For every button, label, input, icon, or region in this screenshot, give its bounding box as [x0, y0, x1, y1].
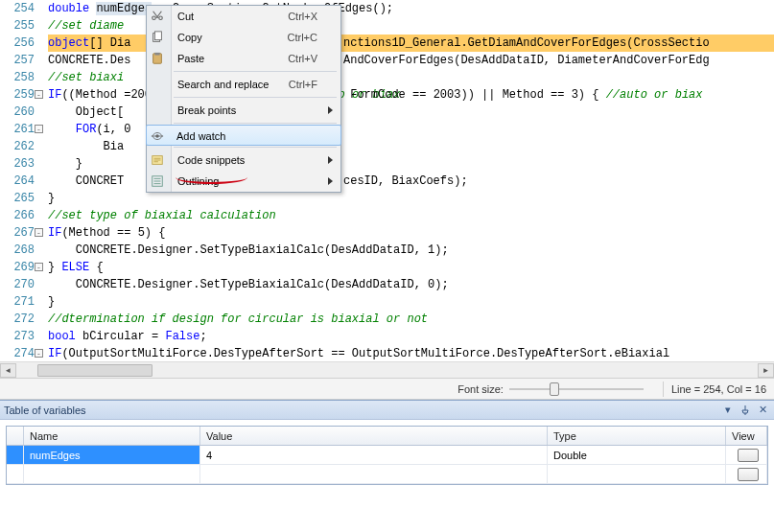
line-number: 272: [0, 311, 48, 328]
table-header-icon-col: [7, 427, 24, 445]
code-line[interactable]: IF(Method == 5) {: [48, 224, 774, 242]
table-row-empty[interactable]: [7, 465, 767, 484]
line-number: 263: [0, 155, 48, 173]
line-number: 266: [0, 207, 48, 224]
menu-separator: [174, 97, 337, 98]
menu-item-paste[interactable]: PasteCtrl+V: [147, 48, 340, 69]
code-line[interactable]: bool bCircular = False;: [48, 328, 774, 345]
status-bar: Font size: Line = 254, Col = 16: [0, 379, 774, 400]
line-number: 268: [0, 242, 48, 259]
slider-knob[interactable]: [550, 382, 559, 396]
variables-panel: Table of variables ▾ ✕ Name Value Type V…: [0, 400, 774, 504]
line-number: 270: [0, 276, 48, 293]
menu-shortcut: Ctrl+C: [288, 27, 317, 48]
fold-marker[interactable]: -: [35, 349, 43, 358]
font-size-slider[interactable]: [509, 381, 644, 398]
menu-separator: [174, 147, 337, 148]
menu-item-label: Cut: [177, 11, 194, 22]
panel-menu-icon[interactable]: ▾: [720, 404, 736, 417]
cell-type: Double: [548, 446, 726, 464]
line-number-gutter: 2542552562572582592602612622632642652662…: [0, 0, 48, 362]
menu-separator: [174, 123, 337, 124]
menu-shortcut: Ctrl+X: [288, 6, 317, 27]
code-editor[interactable]: 2542552562572582592602612622632642652662…: [0, 0, 774, 379]
line-number: 264: [0, 173, 48, 190]
menu-separator: [174, 71, 337, 72]
horizontal-scrollbar[interactable]: ◄ ►: [0, 361, 774, 378]
chevron-right-icon: [328, 177, 333, 185]
code-line[interactable]: //set type of biaxial calculation: [48, 207, 774, 224]
col-type[interactable]: Type: [548, 427, 726, 445]
line-number: 257: [0, 52, 48, 69]
panel-pin-icon[interactable]: [738, 404, 753, 417]
svg-rect-3: [154, 53, 159, 56]
code-line[interactable]: CONCRETE.Designer.SetTypeBiaxialCalc(Des…: [48, 242, 774, 259]
fold-marker[interactable]: -: [35, 90, 43, 99]
table-header[interactable]: Name Value Type View: [7, 427, 767, 446]
panel-close-icon[interactable]: ✕: [755, 404, 770, 417]
panel-body: Name Value Type View numEdges4Double: [0, 420, 774, 504]
menu-item-code-snippets[interactable]: Code snippets: [147, 150, 340, 171]
menu-item-outlining[interactable]: Outlining: [147, 171, 340, 192]
fold-marker[interactable]: -: [35, 263, 43, 271]
menu-item-break-points[interactable]: Break points: [147, 100, 340, 121]
menu-item-label: Code snippets: [177, 154, 245, 166]
menu-item-label: Break points: [177, 104, 236, 116]
scroll-left-button[interactable]: ◄: [0, 363, 16, 378]
line-number: 258: [0, 69, 48, 86]
line-number: 262: [0, 138, 48, 155]
code-line[interactable]: //dtermination if design for circular is…: [48, 311, 774, 328]
fold-marker[interactable]: -: [35, 125, 43, 133]
font-size-label: Font size:: [457, 383, 504, 395]
menu-item-label: Copy: [177, 32, 202, 43]
menu-shortcut: Ctrl+V: [288, 48, 317, 69]
col-value[interactable]: Value: [200, 427, 548, 445]
line-number: 255: [0, 17, 48, 35]
variables-table[interactable]: Name Value Type View numEdges4Double: [6, 426, 768, 485]
line-number: 260: [0, 104, 48, 121]
col-view[interactable]: View: [726, 427, 767, 445]
paste-icon: [151, 51, 166, 66]
cell-name[interactable]: numEdges: [24, 446, 200, 464]
scrollbar-thumb[interactable]: [37, 364, 152, 377]
menu-item-add-watch[interactable]: Add watch: [146, 125, 341, 146]
fold-marker[interactable]: -: [35, 228, 43, 237]
line-number: 254: [0, 0, 48, 17]
menu-item-search-and-replace[interactable]: Search and replaceCtrl+F: [147, 74, 340, 95]
scrollbar-track[interactable]: [16, 363, 758, 378]
scroll-right-button[interactable]: ►: [758, 363, 774, 378]
menu-item-label: Add watch: [176, 130, 225, 142]
snippet-icon: [151, 152, 166, 168]
panel-header[interactable]: Table of variables ▾ ✕: [0, 401, 774, 420]
line-number: 271: [0, 293, 48, 311]
menu-item-cut[interactable]: CutCtrl+X: [147, 6, 340, 27]
chevron-right-icon: [328, 156, 333, 164]
chevron-right-icon: [328, 106, 333, 114]
menu-item-label: Paste: [177, 53, 204, 64]
code-line[interactable]: }: [48, 293, 774, 311]
menu-item-copy[interactable]: CopyCtrl+C: [147, 27, 340, 48]
cell-value[interactable]: 4: [200, 446, 548, 464]
cut-icon: [151, 9, 166, 24]
svg-rect-1: [154, 32, 161, 40]
line-number: 273: [0, 328, 48, 345]
menu-item-label: Search and replace: [177, 79, 269, 90]
panel-title: Table of variables: [4, 405, 718, 416]
code-line[interactable]: IF(OutputSortMultiForce.DesTypeAfterSort…: [48, 345, 774, 362]
watch-icon: [151, 128, 166, 144]
col-name[interactable]: Name: [24, 427, 200, 445]
line-col-indicator: Line = 254, Col = 16: [671, 383, 766, 395]
menu-shortcut: Ctrl+F: [289, 74, 317, 95]
context-menu[interactable]: CutCtrl+XCopyCtrl+CPasteCtrl+VSearch and…: [146, 5, 341, 193]
copy-icon: [151, 30, 166, 45]
view-button[interactable]: [738, 449, 759, 462]
view-button[interactable]: [738, 468, 759, 481]
line-number: 265: [0, 190, 48, 207]
code-line[interactable]: } ELSE {: [48, 259, 774, 276]
outline-icon: [151, 173, 166, 189]
line-number: 256: [0, 35, 48, 52]
code-line[interactable]: CONCRETE.Designer.SetTypeBiaxialCalc(Des…: [48, 276, 774, 293]
table-row[interactable]: numEdges4Double: [7, 446, 767, 465]
